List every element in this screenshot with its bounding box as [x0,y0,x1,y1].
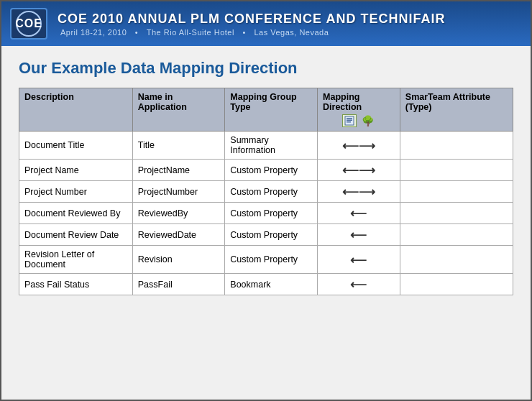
left-arrow-icon: ⟵ [350,207,367,219]
cell-direction: ⟵ [318,246,400,274]
col-header-name-in-app: Name in Application [132,88,225,132]
cell-smarteam-attribute [400,160,513,181]
cell-mapping-group-type: Custom Property [225,224,318,246]
bidirectional-arrow-icon: ⟵⟶ [342,164,375,176]
cell-description: Project Number [19,181,133,203]
table-row: Document Reviewed By ReviewedBy Custom P… [19,203,513,224]
col-header-mapping-group-type: Mapping Group Type [225,88,318,132]
table-row: Pass Fail Status PassFail Bookmark ⟵ [19,274,513,295]
cell-mapping-group-type: Custom Property [225,203,318,224]
table-row: Revision Letter of Document Revision Cus… [19,246,513,274]
cell-description: Document Review Date [19,224,133,246]
col-header-description: Description [19,88,133,132]
cell-name-in-app: ReviewedDate [132,224,225,246]
logo-text: COE [15,17,42,30]
left-arrow-icon: ⟵ [350,278,367,290]
cell-name-in-app: PassFail [132,274,225,295]
cell-description: Revision Letter of Document [19,246,133,274]
cell-description: Project Name [19,160,133,181]
logo-circle: COE [16,11,42,37]
cell-direction: ⟵ [318,203,400,224]
subtitle-date: April 18-21, 2010 [60,28,127,37]
cell-name-in-app: ProjectNumber [132,181,225,203]
col-header-smarteam-attribute: SmarTeam Attribute (Type) [400,88,513,132]
word-doc-icon [342,114,357,127]
cell-smarteam-attribute [400,203,513,224]
bidirectional-arrow-icon: ⟵⟶ [342,139,375,152]
cell-direction: ⟵ [318,274,400,295]
left-arrow-icon: ⟵ [350,229,367,241]
cell-smarteam-attribute [400,181,513,203]
cell-mapping-group-type: Custom Property [225,246,318,274]
direction-icons: 🌳 [323,114,395,127]
cell-mapping-group-type: Bookmark [225,274,318,295]
svg-rect-2 [347,120,352,121]
cell-name-in-app: Title [132,132,225,160]
conference-subtitle: April 18-21, 2010 • The Rio All-Suite Ho… [58,28,331,37]
data-mapping-table: Description Name in Application Mapping … [19,88,513,295]
logo-box: COE [10,8,47,40]
cell-direction: ⟵⟶ [318,132,400,160]
bidirectional-arrow-icon: ⟵⟶ [342,185,375,198]
subtitle-location: Las Vegas, Nevada [254,28,329,37]
header-text-block: COE 2010 ANNUAL PLM CONFERENCE AND TECHN… [58,11,445,37]
cell-name-in-app: ProjectName [132,160,225,181]
cell-smarteam-attribute [400,274,513,295]
main-content: Our Example Data Mapping Direction Descr… [1,46,531,400]
cell-description: Document Title [19,132,133,160]
cell-smarteam-attribute [400,132,513,160]
table-row: Project Number ProjectNumber Custom Prop… [19,181,513,203]
col-header-mapping-direction: Mapping Direction 🌳 [318,88,400,132]
svg-rect-3 [347,121,351,123]
app-window: COE COE 2010 ANNUAL PLM CONFERENCE AND T… [0,0,532,401]
cell-direction: ⟵⟶ [318,181,400,203]
conference-title: COE 2010 ANNUAL PLM CONFERENCE AND TECHN… [58,11,445,27]
cell-mapping-group-type: Custom Property [225,181,318,203]
cell-direction: ⟵⟶ [318,160,400,181]
cell-name-in-app: Revision [132,246,225,274]
cell-direction: ⟵ [318,224,400,246]
cell-name-in-app: ReviewedBy [132,203,225,224]
cell-smarteam-attribute [400,246,513,274]
left-arrow-icon: ⟵ [350,254,367,266]
table-row: Document Review Date ReviewedDate Custom… [19,224,513,246]
cell-mapping-group-type: Custom Property [225,160,318,181]
cell-description: Document Reviewed By [19,203,133,224]
table-row: Document Title Title Summary Information… [19,132,513,160]
table-header-row: Description Name in Application Mapping … [19,88,513,132]
header-bar: COE COE 2010 ANNUAL PLM CONFERENCE AND T… [1,1,531,46]
subtitle-venue: The Rio All-Suite Hotel [147,28,234,37]
cell-description: Pass Fail Status [19,274,133,295]
cell-smarteam-attribute [400,224,513,246]
smarteam-tree-icon: 🌳 [361,114,375,127]
page-title: Our Example Data Mapping Direction [19,59,513,78]
svg-rect-1 [347,118,352,119]
table-row: Project Name ProjectName Custom Property… [19,160,513,181]
cell-mapping-group-type: Summary Information [225,132,318,160]
